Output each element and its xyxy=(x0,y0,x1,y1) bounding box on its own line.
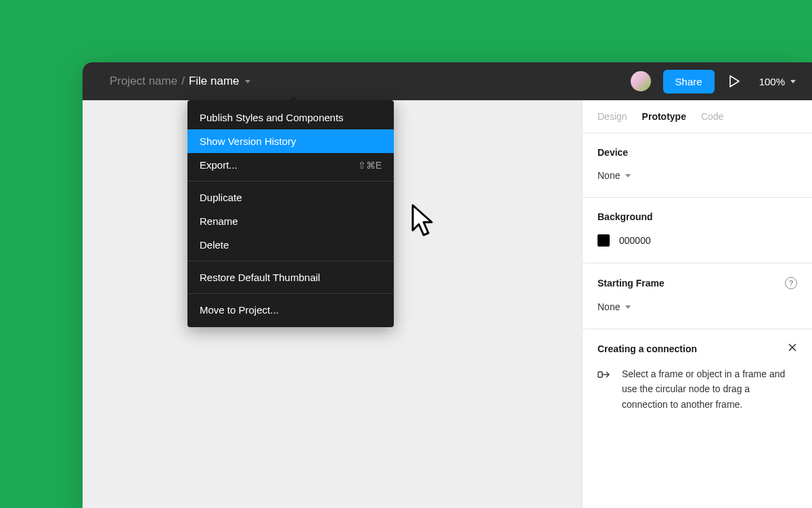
menu-item-label: Move to Project... xyxy=(200,304,279,316)
background-title: Background xyxy=(597,211,797,222)
breadcrumb-separator: / xyxy=(181,75,185,88)
menu-separator xyxy=(187,261,394,261)
menu-publish-styles[interactable]: Publish Styles and Components xyxy=(187,106,394,129)
chevron-down-icon xyxy=(625,174,631,177)
breadcrumb-file-label: File name xyxy=(189,75,240,88)
menu-item-label: Rename xyxy=(200,215,238,227)
menu-item-label: Show Version History xyxy=(200,135,296,147)
play-icon[interactable] xyxy=(729,75,740,87)
background-section: Background 000000 xyxy=(583,198,812,263)
tab-code[interactable]: Code xyxy=(701,111,723,122)
chevron-down-icon xyxy=(245,80,250,83)
topbar: Project name / File name Share 100% xyxy=(83,62,812,100)
menu-item-label: Restore Default Thumbnail xyxy=(200,272,320,283)
starting-frame-title: Starting Frame xyxy=(597,278,664,289)
menu-separator xyxy=(187,293,394,294)
menu-separator xyxy=(187,181,394,182)
tab-design[interactable]: Design xyxy=(597,111,627,122)
color-swatch[interactable] xyxy=(597,234,610,247)
file-dropdown: Publish Styles and Components Show Versi… xyxy=(187,100,394,327)
menu-item-label: Duplicate xyxy=(200,192,242,203)
device-title: Device xyxy=(597,147,797,158)
menu-delete[interactable]: Delete xyxy=(187,233,394,257)
breadcrumb: Project name / File name xyxy=(110,75,250,88)
dropdown-caret xyxy=(289,96,298,101)
panel-tabs: Design Prototype Code xyxy=(583,100,812,133)
menu-export[interactable]: Export... ⇧⌘E xyxy=(187,153,394,177)
background-color-row[interactable]: 000000 xyxy=(597,234,797,247)
right-panel: Design Prototype Code Device None Backgr… xyxy=(582,100,812,508)
menu-show-version-history[interactable]: Show Version History xyxy=(187,129,394,153)
device-value: None xyxy=(597,170,620,181)
connection-section: Creating a connection Select a frame or … xyxy=(583,329,812,428)
breadcrumb-file[interactable]: File name xyxy=(189,75,250,88)
menu-item-label: Delete xyxy=(200,239,229,251)
zoom-value: 100% xyxy=(759,76,785,87)
starting-frame-select[interactable]: None xyxy=(597,301,797,312)
connection-title: Creating a connection xyxy=(597,343,697,354)
menu-move-to-project[interactable]: Move to Project... xyxy=(187,298,394,322)
device-select[interactable]: None xyxy=(597,170,797,181)
svg-rect-0 xyxy=(598,372,602,377)
device-section: Device None xyxy=(583,133,812,198)
starting-frame-value: None xyxy=(597,301,620,312)
starting-frame-section: Starting Frame ? None xyxy=(583,263,812,329)
menu-rename[interactable]: Rename xyxy=(187,209,394,233)
connection-body: Select a frame or object in a frame and … xyxy=(622,366,797,412)
zoom-control[interactable]: 100% xyxy=(759,76,796,87)
menu-item-label: Publish Styles and Components xyxy=(200,112,344,123)
app-window: Project name / File name Share 100% Desi… xyxy=(83,62,812,508)
tab-prototype[interactable]: Prototype xyxy=(642,111,686,122)
chevron-down-icon xyxy=(790,80,796,83)
connection-icon xyxy=(597,368,612,383)
avatar[interactable] xyxy=(631,71,651,91)
share-button[interactable]: Share xyxy=(663,70,715,93)
breadcrumb-project[interactable]: Project name xyxy=(110,75,177,88)
help-icon[interactable]: ? xyxy=(785,277,797,289)
background-hex: 000000 xyxy=(619,235,651,246)
close-icon[interactable] xyxy=(788,343,797,354)
menu-shortcut: ⇧⌘E xyxy=(358,160,382,171)
menu-restore-thumbnail[interactable]: Restore Default Thumbnail xyxy=(187,266,394,289)
menu-duplicate[interactable]: Duplicate xyxy=(187,186,394,209)
chevron-down-icon xyxy=(625,305,631,309)
menu-item-label: Export... xyxy=(200,159,238,171)
